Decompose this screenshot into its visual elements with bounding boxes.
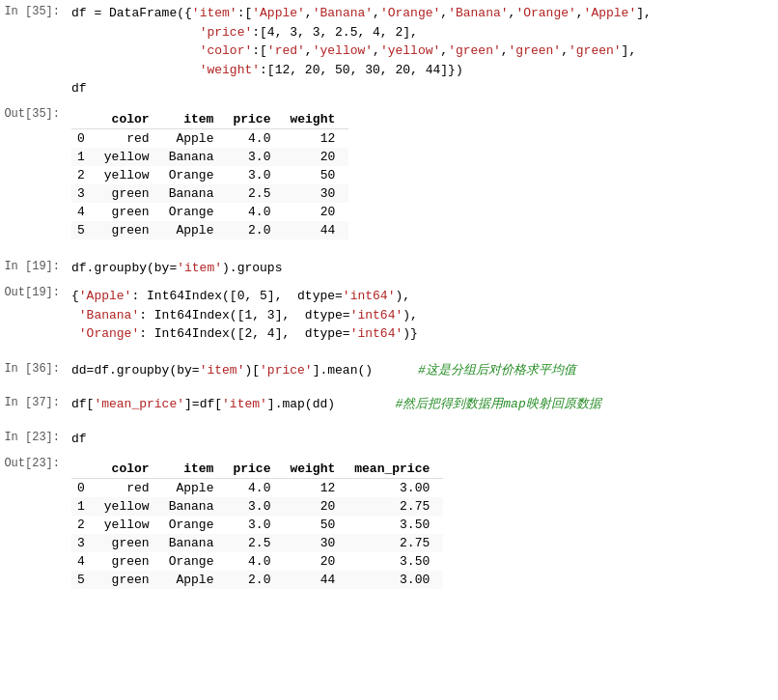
- cell-in-35: In [35]: df = DataFrame({'item':['Apple'…: [0, 0, 778, 102]
- cell-weight: 30: [284, 534, 348, 552]
- cell-item: Apple: [163, 221, 228, 239]
- code-line: df = DataFrame({'item':['Apple','Banana'…: [71, 4, 774, 23]
- table-row: 1yellowBanana3.020: [71, 148, 348, 166]
- cell-index: 3: [71, 534, 98, 552]
- cell-color: red: [98, 479, 163, 498]
- cell-price: 4.0: [227, 203, 284, 221]
- cell-index: 2: [71, 516, 98, 534]
- cell-index: 4: [71, 203, 98, 221]
- cell-index: 2: [71, 166, 98, 184]
- cell-price: 2.5: [227, 184, 284, 203]
- table-row: 4greenOrange4.0203.50: [71, 552, 443, 571]
- cell-weight: 20: [284, 552, 348, 571]
- cell-index: 1: [71, 148, 98, 166]
- cell-out-19: Out[19]: {'Apple': Int64Index([0, 5], dt…: [0, 281, 778, 350]
- col-weight: weight: [284, 110, 348, 129]
- table-row: 1yellowBanana3.0202.75: [71, 497, 443, 516]
- cell-mean-price: 2.75: [348, 497, 443, 516]
- code-line: df.groupby(by='item').groups: [71, 259, 774, 278]
- cell-content-in-37[interactable]: df['mean_price']=df['item'].map(dd) #然后把…: [68, 393, 778, 416]
- cell-color: yellow: [98, 148, 163, 166]
- cell-price: 3.0: [227, 516, 284, 534]
- cell-price: 3.0: [227, 166, 284, 184]
- cell-label-in-36: In [36]:: [0, 359, 68, 382]
- cell-color: red: [98, 128, 163, 148]
- cell-label-out-19: Out[19]:: [0, 283, 68, 348]
- code-line: df: [71, 430, 774, 449]
- cell-color: green: [98, 184, 163, 203]
- cell-item: Banana: [163, 184, 228, 203]
- cell-content-in-23[interactable]: df: [68, 428, 778, 451]
- cell-in-36: In [36]: dd=df.groupby(by='item')['price…: [0, 357, 778, 384]
- table-row: 0redApple4.012: [71, 128, 348, 148]
- cell-index: 0: [71, 128, 98, 148]
- cell-color: green: [98, 552, 163, 571]
- col-weight: weight: [284, 460, 348, 479]
- cell-label-in-35: In [35]:: [0, 2, 68, 100]
- cell-item: Apple: [163, 128, 228, 148]
- cell-color: yellow: [98, 166, 163, 184]
- cell-item: Banana: [163, 497, 228, 516]
- cell-price: 2.0: [227, 221, 284, 239]
- cell-weight: 30: [284, 184, 348, 203]
- cell-price: 4.0: [227, 128, 284, 148]
- cell-in-37: In [37]: df['mean_price']=df['item'].map…: [0, 391, 778, 418]
- code-line: dd=df.groupby(by='item')['price'].mean()…: [71, 361, 774, 380]
- cell-weight: 44: [284, 221, 348, 239]
- dataframe-table-23: color item price weight mean_price 0redA…: [71, 460, 443, 589]
- cell-color: green: [98, 571, 163, 589]
- cell-color: yellow: [98, 497, 163, 516]
- table-row: 2yellowOrange3.0503.50: [71, 516, 443, 534]
- cell-color: yellow: [98, 516, 163, 534]
- cell-index: 5: [71, 221, 98, 239]
- cell-price: 3.0: [227, 497, 284, 516]
- col-index: [71, 110, 98, 129]
- table-row: 5greenApple2.0443.00: [71, 571, 443, 589]
- cell-mean-price: 3.00: [348, 479, 443, 498]
- cell-index: 5: [71, 571, 98, 589]
- cell-label-in-19: In [19]:: [0, 257, 68, 280]
- col-price: price: [227, 110, 284, 129]
- cell-weight: 50: [284, 516, 348, 534]
- cell-weight: 20: [284, 148, 348, 166]
- cell-color: green: [98, 221, 163, 239]
- table-row: 2yellowOrange3.050: [71, 166, 348, 184]
- cell-out-23: Out[23]: color item price weight mean_pr…: [0, 452, 778, 597]
- col-mean-price: mean_price: [348, 460, 443, 479]
- cell-label-out-23: Out[23]:: [0, 454, 68, 595]
- cell-label-in-37: In [37]:: [0, 393, 68, 416]
- table-row: 3greenBanana2.5302.75: [71, 534, 443, 552]
- cell-in-23: In [23]: df: [0, 426, 778, 453]
- cell-index: 4: [71, 552, 98, 571]
- output-text: {'Apple': Int64Index([0, 5], dtype='int6…: [71, 285, 774, 346]
- cell-price: 2.5: [227, 534, 284, 552]
- code-line: 'price':[4, 3, 3, 2.5, 4, 2],: [71, 23, 774, 42]
- cell-label-out-35: Out[35]:: [0, 104, 68, 245]
- cell-item: Orange: [163, 516, 228, 534]
- notebook: In [35]: df = DataFrame({'item':['Apple'…: [0, 0, 778, 700]
- cell-mean-price: 3.00: [348, 571, 443, 589]
- cell-color: green: [98, 534, 163, 552]
- cell-mean-price: 3.50: [348, 552, 443, 571]
- cell-weight: 20: [284, 203, 348, 221]
- table-row: 3greenBanana2.530: [71, 184, 348, 203]
- cell-item: Apple: [163, 479, 228, 498]
- cell-in-19: In [19]: df.groupby(by='item').groups: [0, 255, 778, 282]
- cell-index: 3: [71, 184, 98, 203]
- cell-content-in-35[interactable]: df = DataFrame({'item':['Apple','Banana'…: [68, 2, 778, 100]
- cell-price: 4.0: [227, 552, 284, 571]
- in-label: In: [4, 5, 25, 18]
- cell-price: 4.0: [227, 479, 284, 498]
- table-header-row: color item price weight mean_price: [71, 460, 443, 479]
- cell-content-out-35: color item price weight 0redApple4.012 1…: [68, 104, 778, 245]
- cell-content-in-19[interactable]: df.groupby(by='item').groups: [68, 257, 778, 280]
- col-index: [71, 460, 98, 479]
- cell-item: Apple: [163, 571, 228, 589]
- code-line: df['mean_price']=df['item'].map(dd) #然后把…: [71, 395, 774, 414]
- cell-weight: 12: [284, 479, 348, 498]
- cell-mean-price: 2.75: [348, 534, 443, 552]
- cell-content-in-36[interactable]: dd=df.groupby(by='item')['price'].mean()…: [68, 359, 778, 382]
- table-row: 5greenApple2.044: [71, 221, 348, 239]
- col-color: color: [98, 110, 163, 129]
- cell-price: 3.0: [227, 148, 284, 166]
